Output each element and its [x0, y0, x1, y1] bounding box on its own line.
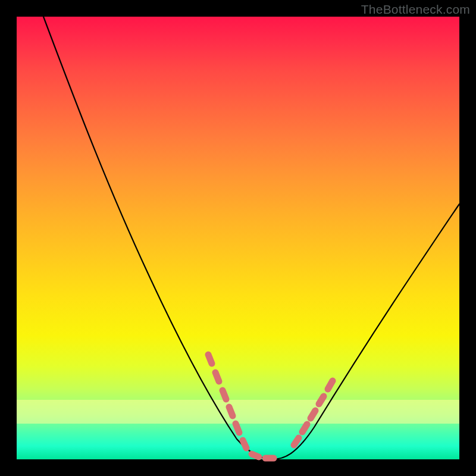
curve-layer [17, 17, 459, 459]
svg-line-10 [311, 411, 315, 418]
svg-line-0 [208, 355, 212, 364]
svg-line-12 [328, 381, 333, 389]
svg-line-9 [302, 424, 307, 432]
svg-line-1 [215, 372, 219, 381]
svg-line-2 [223, 390, 226, 399]
svg-line-3 [229, 407, 233, 416]
svg-line-5 [243, 440, 246, 448]
marker-group [208, 355, 333, 458]
svg-line-8 [294, 438, 299, 445]
watermark-text: TheBottleneck.com [361, 2, 470, 17]
svg-line-6 [252, 454, 259, 457]
svg-line-4 [236, 424, 239, 433]
bottleneck-curve [43, 17, 459, 459]
plot-area [17, 17, 459, 459]
chart-frame: TheBottleneck.com [0, 0, 476, 476]
svg-line-11 [319, 396, 324, 404]
